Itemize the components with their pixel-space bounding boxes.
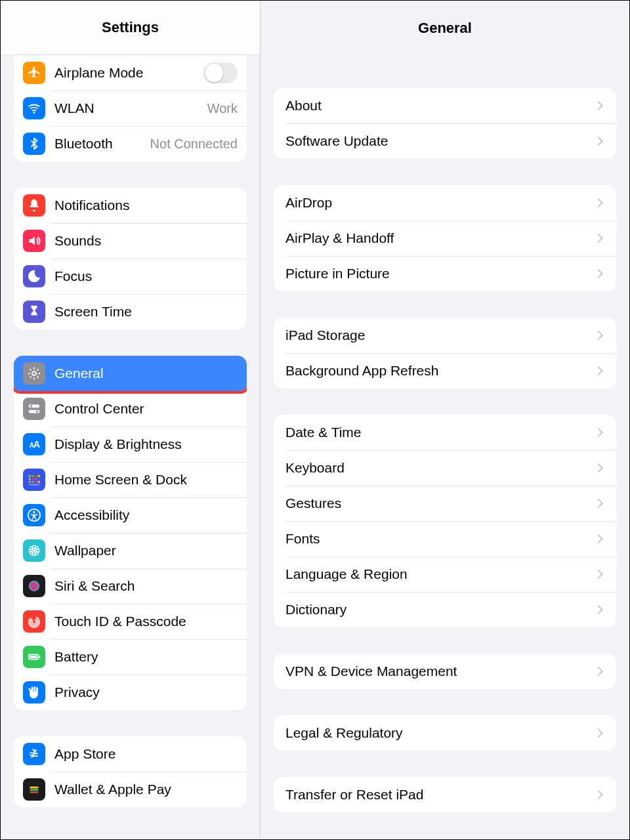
svg-rect-17 [32,481,33,483]
svg-rect-11 [38,475,40,477]
main-title: General [418,20,472,37]
detail-item-date-time[interactable]: Date & Time [274,415,616,450]
chevron-right-icon [594,534,603,543]
sidebar-header: Settings [1,1,260,55]
battery-icon [23,646,45,668]
detail-item-label: Language & Region [285,566,595,582]
sidebar-scroll[interactable]: Airplane ModeWLANWorkBluetoothNot Connec… [1,55,260,839]
detail-item-label: Legal & Regulatory [285,725,595,741]
detail-item-fonts[interactable]: Fonts [274,521,616,556]
sidebar-item-label: Display & Brightness [54,436,238,452]
detail-group-6: Transfer or Reset iPad [274,777,616,812]
chevron-right-icon [594,331,603,340]
sidebar-item-label: Airplane Mode [54,65,203,81]
detail-item-legal-regulatory[interactable]: Legal & Regulatory [274,715,616,751]
sidebar-item-wallet-apple-pay[interactable]: Wallet & Apple Pay [14,772,247,807]
accessibility-icon [23,504,45,526]
gear-icon [23,362,45,385]
sidebar-item-accessibility[interactable]: Accessibility [14,497,247,533]
detail-item-label: iPad Storage [285,327,595,343]
svg-text:A: A [33,440,40,450]
detail-item-dictionary[interactable]: Dictionary [274,592,616,627]
svg-rect-41 [30,786,39,788]
detail-item-picture-in-picture[interactable]: Picture in Picture [274,256,616,291]
sidebar-item-label: Home Screen & Dock [54,472,238,488]
sidebar-item-label: Wallpaper [54,543,238,558]
appstore-icon [23,743,45,765]
detail-group-5: Legal & Regulatory [274,715,616,751]
svg-rect-13 [32,478,33,480]
main-scroll[interactable]: AboutSoftware UpdateAirDropAirPlay & Han… [261,55,629,839]
svg-rect-8 [29,475,31,477]
speaker-icon [23,230,45,252]
main-header: General [261,1,629,55]
siri-icon [23,575,45,597]
sidebar-item-wallpaper[interactable]: Wallpaper [14,533,247,568]
detail-item-vpn-device-management[interactable]: VPN & Device Management [274,654,616,689]
hand-icon [23,681,45,704]
detail-item-about[interactable]: About [274,88,616,123]
detail-item-label: Keyboard [285,460,595,476]
svg-point-0 [33,112,35,114]
sidebar-item-focus[interactable]: Focus [14,259,247,294]
sidebar-item-sounds[interactable]: Sounds [14,223,247,259]
sidebar-item-privacy[interactable]: Privacy [14,675,247,710]
sidebar-item-touch-id-passcode[interactable]: Touch ID & Passcode [14,604,247,639]
sidebar-item-label: Notifications [54,198,238,213]
sidebar-group-store: App StoreWallet & Apple Pay [14,736,247,807]
chevron-right-icon [594,463,603,472]
sidebar-item-bluetooth[interactable]: BluetoothNot Connected [14,126,247,161]
sidebar-item-display-brightness[interactable]: AADisplay & Brightness [14,427,247,462]
detail-item-label: Fonts [285,531,595,547]
detail-item-software-update[interactable]: Software Update [274,123,616,159]
sidebar-group-notifications: NotificationsSoundsFocusScreen Time [14,188,247,329]
wifi-icon [23,97,45,119]
svg-rect-10 [35,475,37,477]
sidebar-item-battery[interactable]: Battery [14,639,247,675]
sidebar-item-general[interactable]: General [14,356,247,391]
main-pane: General AboutSoftware UpdateAirDropAirPl… [261,1,629,839]
detail-item-transfer-or-reset-ipad[interactable]: Transfer or Reset iPad [274,777,616,812]
detail-item-ipad-storage[interactable]: iPad Storage [274,318,616,353]
sidebar-item-label: Screen Time [54,304,238,320]
svg-point-5 [36,410,38,412]
detail-item-gestures[interactable]: Gestures [274,486,616,521]
bluetooth-icon [23,133,45,155]
svg-rect-39 [39,656,40,658]
detail-item-label: Software Update [285,133,595,149]
sidebar-item-label: Battery [54,649,238,665]
settings-app: Settings Airplane ModeWLANWorkBluetoothN… [0,0,630,840]
detail-item-background-app-refresh[interactable]: Background App Refresh [274,353,616,388]
detail-item-language-region[interactable]: Language & Region [274,556,616,592]
sidebar-item-screen-time[interactable]: Screen Time [14,294,247,329]
sidebar-item-app-store[interactable]: App Store [14,736,247,772]
sidebar-item-label: Touch ID & Passcode [54,614,238,629]
sidebar-item-home-screen-dock[interactable]: Home Screen & Dock [14,462,247,497]
svg-point-3 [30,405,32,407]
sidebar-item-label: Siri & Search [54,578,238,594]
detail-group-1: AirDropAirPlay & HandoffPicture in Pictu… [274,185,616,291]
sidebar-item-notifications[interactable]: Notifications [14,188,247,223]
svg-rect-20 [29,484,40,485]
detail-item-label: VPN & Device Management [285,663,595,679]
detail-item-label: AirPlay & Handoff [285,230,595,246]
svg-rect-16 [29,481,31,483]
chevron-right-icon [594,499,603,508]
sidebar-item-label: Control Center [54,401,238,417]
detail-item-airplay-handoff[interactable]: AirPlay & Handoff [274,220,616,256]
toggle-airplane-mode[interactable] [203,62,238,83]
detail-item-label: Dictionary [285,602,595,618]
detail-item-airdrop[interactable]: AirDrop [274,185,616,220]
sidebar-item-wlan[interactable]: WLANWork [14,91,247,126]
sidebar-item-airplane-mode[interactable]: Airplane Mode [14,55,247,91]
chevron-right-icon [594,136,603,146]
sidebar-item-label: Sounds [54,233,238,249]
sidebar-item-control-center[interactable]: Control Center [14,391,247,427]
sidebar-group-connectivity: Airplane ModeWLANWorkBluetoothNot Connec… [14,55,247,161]
chevron-right-icon [594,198,603,207]
svg-point-32 [29,581,40,592]
detail-item-keyboard[interactable]: Keyboard [274,450,616,486]
chevron-right-icon [594,428,603,437]
svg-rect-14 [35,478,37,480]
sidebar-item-siri-search[interactable]: Siri & Search [14,568,247,604]
